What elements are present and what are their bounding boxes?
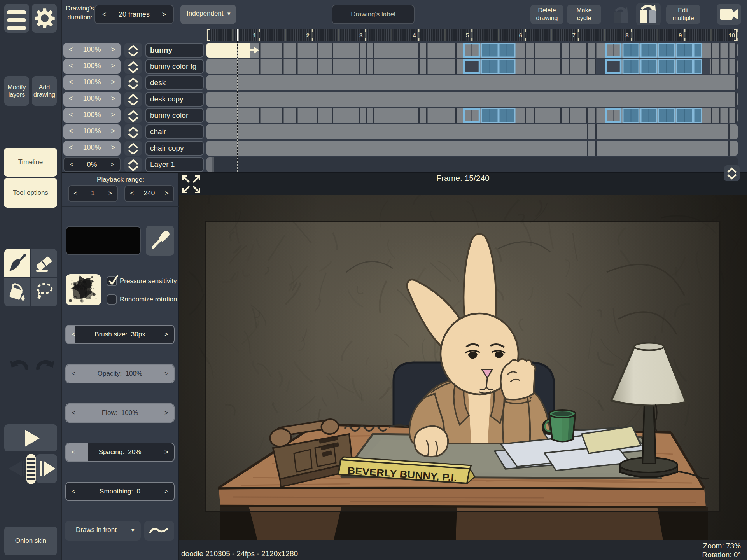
svg-text:6: 6 <box>519 32 522 38</box>
svg-text:5: 5 <box>466 32 469 38</box>
svg-text:10: 10 <box>729 32 735 38</box>
svg-text:2: 2 <box>306 32 309 38</box>
svg-text:1: 1 <box>253 32 256 38</box>
svg-text:3: 3 <box>359 32 362 38</box>
svg-text:4: 4 <box>413 32 416 38</box>
svg-text:9: 9 <box>679 32 682 38</box>
svg-text:7: 7 <box>572 32 575 38</box>
svg-text:8: 8 <box>625 32 628 38</box>
